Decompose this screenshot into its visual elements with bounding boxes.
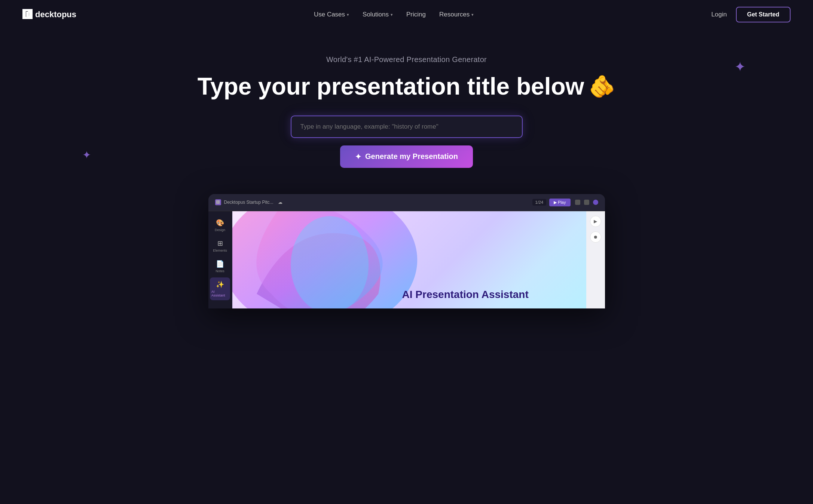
get-started-button[interactable]: Get Started (736, 7, 791, 22)
star-decoration-top-right: ✦ (734, 59, 746, 75)
nav-link-label: Resources (439, 11, 470, 18)
sparkle-icon: ✦ (355, 152, 361, 161)
browser-dot-avatar (593, 200, 598, 205)
login-link[interactable]: Login (711, 11, 727, 18)
abstract-shape (232, 211, 427, 308)
nav-link-label: Solutions (363, 11, 389, 18)
preview-section: 🅳 Decktopus Startup Pitc... ☁ 1/24 ▶ Pla… (0, 183, 813, 308)
design-icon: 🎨 (216, 219, 224, 227)
search-input-wrapper (291, 116, 523, 138)
slide-controls: ▶ ⏺ (586, 211, 605, 308)
tool-design[interactable]: 🎨 Design (210, 216, 230, 235)
logo-icon: 🅳 (22, 9, 32, 21)
slide-canvas: AI Presentation Assistant (232, 211, 586, 308)
record-slide-button[interactable]: ⏺ (590, 231, 601, 243)
browser-controls: 1/24 ▶ Play (532, 199, 571, 206)
nav-right: Login Get Started (711, 7, 791, 22)
nav-item-pricing[interactable]: Pricing (406, 11, 426, 18)
browser-icon-bell (575, 200, 580, 205)
browser-icon-settings (584, 200, 589, 205)
sidebar-tools: 🎨 Design ⊞ Elements 📄 Notes ✨ AI Assista… (208, 211, 232, 308)
hero-title: Type your presentation title below 🫵 (7, 73, 806, 101)
hero-title-text: Type your presentation title below (198, 73, 584, 101)
chevron-down-icon: ▾ (347, 12, 349, 17)
presentation-title-input[interactable] (291, 116, 523, 138)
notes-icon: 📄 (216, 260, 224, 268)
elements-icon: ⊞ (217, 239, 223, 248)
nav-link-label: Use Cases (314, 11, 345, 18)
tool-ai-assistant[interactable]: ✨ AI Assistant (210, 277, 230, 300)
browser-title: 🅳 Decktopus Startup Pitc... ☁ (215, 199, 528, 205)
nav-item-use-cases[interactable]: Use Cases ▾ (314, 11, 349, 18)
search-container: ✦ Generate my Presentation (7, 116, 806, 168)
play-slide-button[interactable]: ▶ (590, 216, 601, 227)
nav-link-label: Pricing (406, 11, 426, 18)
logo-text: decktopus (35, 10, 76, 19)
ai-icon: ✨ (216, 280, 224, 289)
elements-label: Elements (213, 249, 227, 252)
slide-main-title: AI Presentation Assistant (402, 288, 575, 301)
notes-label: Notes (216, 269, 224, 273)
nav-item-resources[interactable]: Resources ▾ (439, 11, 474, 18)
browser-icons (575, 200, 598, 205)
nav-links: Use Cases ▾ Solutions ▾ Pricing Resource… (314, 11, 474, 18)
browser-tab-icon: 🅳 (215, 199, 221, 205)
slide-text-content: AI Presentation Assistant (402, 288, 575, 301)
play-button-label: ▶ Play (554, 200, 566, 205)
browser-window: 🅳 Decktopus Startup Pitc... ☁ 1/24 ▶ Pla… (208, 194, 605, 308)
play-button[interactable]: ▶ Play (549, 199, 570, 206)
hero-subtitle: World's #1 AI-Powered Presentation Gener… (7, 55, 806, 64)
generate-button-label: Generate my Presentation (365, 152, 458, 161)
slide-area: 🎨 Design ⊞ Elements 📄 Notes ✨ AI Assista… (208, 211, 605, 308)
generate-button[interactable]: ✦ Generate my Presentation (340, 145, 473, 168)
chevron-down-icon: ▾ (471, 12, 474, 17)
cloud-icon: ☁ (278, 200, 282, 205)
main-nav: 🅳 decktopus Use Cases ▾ Solutions ▾ Pric… (0, 0, 813, 29)
chevron-down-icon: ▾ (391, 12, 393, 17)
hero-section: ✦ ✦ ✦ World's #1 AI-Powered Presentation… (0, 29, 813, 183)
page-counter: 1/24 (532, 199, 546, 206)
design-label: Design (215, 228, 225, 232)
tool-elements[interactable]: ⊞ Elements (210, 236, 230, 255)
hand-emoji: 🫵 (589, 74, 615, 99)
tool-notes[interactable]: 📄 Notes (210, 257, 230, 276)
browser-tab-title: Decktopus Startup Pitc... (224, 200, 273, 205)
ai-label: AI Assistant (211, 290, 229, 297)
browser-bar: 🅳 Decktopus Startup Pitc... ☁ 1/24 ▶ Pla… (208, 194, 605, 211)
nav-item-solutions[interactable]: Solutions ▾ (363, 11, 393, 18)
logo[interactable]: 🅳 decktopus (22, 9, 76, 21)
